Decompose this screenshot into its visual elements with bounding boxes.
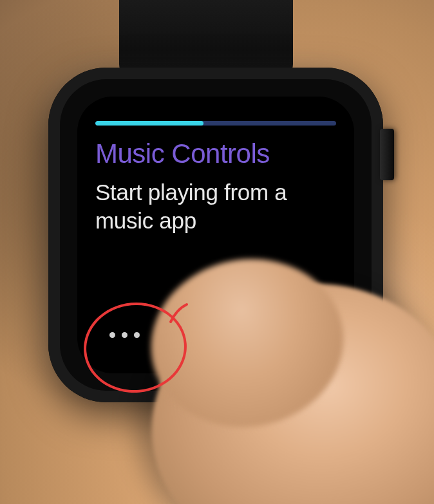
watch-band-top xyxy=(119,0,293,77)
progress-bar-track xyxy=(95,121,336,126)
watch-side-button[interactable] xyxy=(380,129,394,180)
pagination-dots[interactable] xyxy=(109,332,140,338)
page-title: Music Controls xyxy=(95,138,336,169)
dot-indicator xyxy=(109,332,115,338)
dot-indicator xyxy=(122,332,127,338)
dot-indicator xyxy=(134,332,140,338)
page-subtitle: Start playing from a music app xyxy=(95,178,336,235)
progress-bar-fill xyxy=(95,121,203,126)
